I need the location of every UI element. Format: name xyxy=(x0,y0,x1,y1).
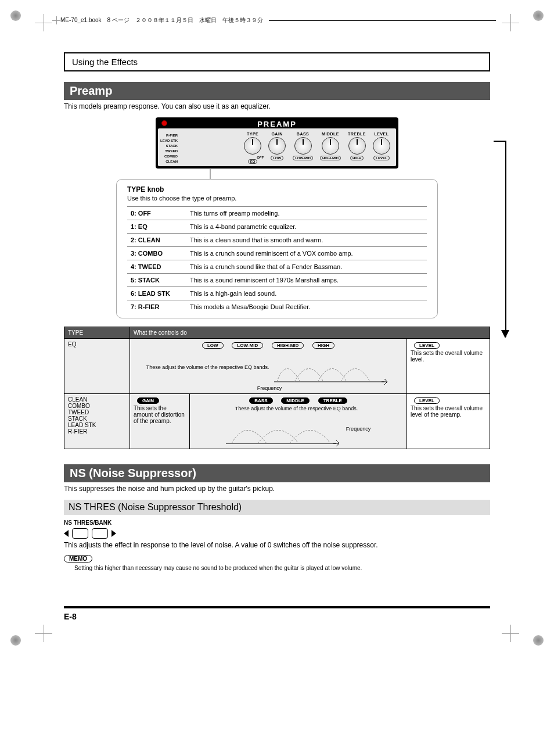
table-row-amps: CLEAN COMBO TWEED STACK LEAD STK R-FIER … xyxy=(64,394,490,449)
knob-icon xyxy=(294,137,312,155)
registration-mark-icon xyxy=(10,635,21,646)
band-pill: LOW xyxy=(202,342,224,349)
knob-row: TYPE OFF EQ GAIN LOW BASS LOW-MID xyxy=(202,132,390,164)
level-pill: LEVEL xyxy=(414,342,440,349)
type-knob-heading: TYPE knob xyxy=(127,185,427,194)
target-icon xyxy=(52,16,60,24)
table-row: 6: LEAD STKThis is a high-gain lead soun… xyxy=(127,287,427,300)
table-row: 1: EQThis is a 4-band parametric equaliz… xyxy=(127,220,427,234)
triangle-right-icon xyxy=(111,530,116,537)
type-label: LEAD STK xyxy=(160,138,178,144)
tk-key: 4: TWEED xyxy=(127,260,186,274)
print-header: ME-70_e1.book 8 ページ ２００８年１１月５日 水曜日 午後５時３… xyxy=(52,16,502,24)
crop-mark-icon xyxy=(502,14,519,31)
ns-thres-buttons xyxy=(64,528,490,539)
th-what: What the controls do xyxy=(130,327,490,339)
preamp-panel-title: PREAMP xyxy=(158,120,396,128)
preamp-panel-wrap: PREAMP R-FIER LEAD STK STACK TWEED COMBO… xyxy=(64,117,490,169)
band-pill: TREBLE xyxy=(318,397,347,404)
tk-key: 7: R-FIER xyxy=(127,300,186,314)
knob-label-bot: LOW-MID xyxy=(293,156,313,160)
memo-badge: MEMO xyxy=(64,555,92,562)
callout-leader-line xyxy=(210,169,211,180)
knob-label-bot: HIGH-MID xyxy=(320,156,341,160)
amp-level-cell: LEVEL This sets the overall volume level… xyxy=(407,394,490,449)
ns-heading: NS (Noise Suppressor) xyxy=(64,464,490,482)
band-pill: HIGH xyxy=(312,342,334,349)
knob-label-bot: LOW xyxy=(271,156,283,160)
row-type-amps: CLEAN COMBO TWEED STACK LEAD STK R-FIER xyxy=(64,394,130,449)
knob-treble: TREBLE HIGH xyxy=(348,132,366,164)
preamp-heading: Preamp xyxy=(64,82,490,100)
knob-icon xyxy=(244,137,261,155)
knob-label-top: TYPE xyxy=(247,132,258,136)
band-pill: HIGH-MID xyxy=(272,342,304,349)
crop-mark-icon xyxy=(35,14,52,31)
amp-level-text: This sets the overall volume level of th… xyxy=(411,405,483,418)
table-row: 5: STACKThis is a sound reminiscent of 1… xyxy=(127,274,427,287)
table-row: 3: COMBOThis is a crunch sound reminisce… xyxy=(127,247,427,260)
knob-label-top: TREBLE xyxy=(348,132,366,136)
tk-val: This is a clean sound that is smooth and… xyxy=(186,234,427,247)
eq-level-text: This sets the overall volume level. xyxy=(411,350,483,363)
type-knob-sub: Use this to choose the type of preamp. xyxy=(127,195,427,202)
tk-val: This is a crunch sound reminiscent of a … xyxy=(186,247,427,260)
knob-bass: BASS LOW-MID xyxy=(293,132,313,164)
bank-down-button-icon xyxy=(72,528,88,539)
ns-thres-heading: NS THRES (Noise Suppressor Threshold) xyxy=(64,500,490,515)
ns-desc: This suppresses the noise and hum picked… xyxy=(64,485,490,493)
knob-icon xyxy=(322,137,339,155)
knob-icon xyxy=(268,137,286,155)
off-label: OFF xyxy=(257,156,264,159)
table-row: 4: TWEEDThis is a crunch sound like that… xyxy=(127,260,427,274)
controls-table: TYPE What the controls do EQ LOW LOW-MID… xyxy=(64,327,490,449)
knob-type: TYPE OFF EQ xyxy=(244,132,261,164)
preamp-desc: This models preamp response. You can als… xyxy=(64,102,490,110)
type-label: STACK xyxy=(160,144,178,149)
tk-key: 1: EQ xyxy=(127,220,186,234)
section-header-box: Using the Effects xyxy=(64,52,490,71)
tk-val: This is a sound reminiscent of 1970s Mar… xyxy=(186,274,427,287)
tk-val: This is a 4-band parametric equalizer. xyxy=(186,220,427,234)
th-type: TYPE xyxy=(64,327,130,339)
section-header-text: Using the Effects xyxy=(72,57,138,67)
page-number: E-8 xyxy=(64,612,490,621)
crop-mark-icon xyxy=(35,625,52,642)
band-pill: LOW-MID xyxy=(232,342,263,349)
gain-cell: GAIN This sets the amount of distortion … xyxy=(130,394,190,449)
tk-key: 0: OFF xyxy=(127,207,186,220)
knob-label-top: LEVEL xyxy=(374,132,388,136)
gain-pill: GAIN xyxy=(137,397,159,404)
frequency-label: Frequency xyxy=(346,426,371,432)
tk-key: 6: LEAD STK xyxy=(127,287,186,300)
frequency-label: Frequency xyxy=(257,385,282,391)
tk-key: 2: CLEAN xyxy=(127,234,186,247)
header-rule xyxy=(269,20,496,21)
type-label: R-FIER xyxy=(160,133,178,138)
knob-icon xyxy=(373,137,390,155)
knob-label-top: MIDDLE xyxy=(322,132,339,136)
eq-curves-icon xyxy=(274,350,390,385)
knob-gain: GAIN LOW xyxy=(268,132,286,164)
table-row: 0: OFFThis turns off preamp modeling. xyxy=(127,207,427,220)
type-label: COMBO xyxy=(160,154,178,159)
amp-band-text: These adjust the volume of the respectiv… xyxy=(235,406,358,411)
type-label: CLEAN xyxy=(160,159,178,164)
tk-key: 3: COMBO xyxy=(127,247,186,260)
amp-curves-icon xyxy=(226,411,342,446)
triangle-left-icon xyxy=(64,530,69,537)
table-header-row: TYPE What the controls do xyxy=(64,327,490,339)
knob-label-bot: LEVEL xyxy=(373,156,389,160)
tk-val: This turns off preamp modeling. xyxy=(186,207,427,220)
ns-thres-bank-label: NS THRES/BANK xyxy=(64,519,490,526)
registration-mark-icon xyxy=(533,635,544,646)
table-row-eq: EQ LOW LOW-MID HIGH-MID HIGH These adjus… xyxy=(64,339,490,394)
knob-label-bot: HIGH xyxy=(350,156,364,160)
arrow-down-icon xyxy=(494,141,506,337)
type-knob-callout: TYPE knob Use this to choose the type of… xyxy=(116,179,438,318)
registration-mark-icon xyxy=(533,10,544,21)
band-pill: BASS xyxy=(249,397,272,404)
tk-key: 5: STACK xyxy=(127,274,186,287)
type-label: TWEED xyxy=(160,149,178,154)
bank-up-button-icon xyxy=(92,528,108,539)
